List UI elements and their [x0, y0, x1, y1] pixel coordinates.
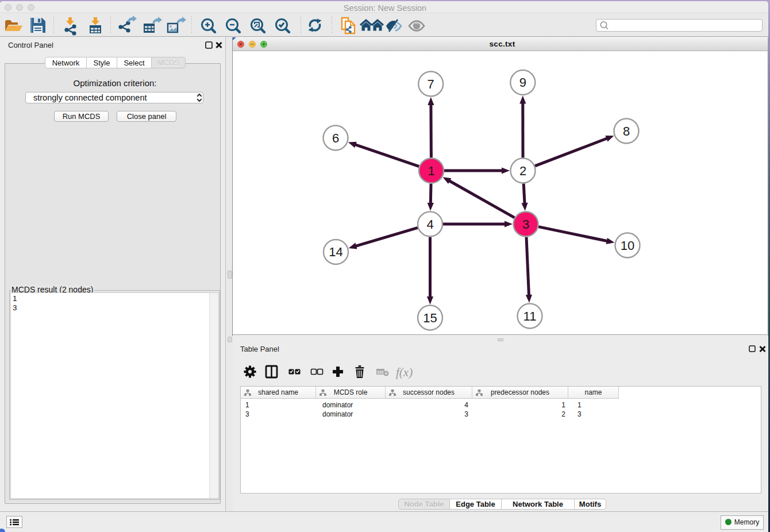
svg-text:15: 15 — [423, 311, 437, 325]
svg-text:8: 8 — [623, 124, 630, 138]
svg-text:14: 14 — [329, 245, 342, 259]
svg-text:2: 2 — [519, 164, 526, 178]
svg-text:11: 11 — [523, 309, 537, 323]
svg-text:7: 7 — [428, 77, 434, 91]
svg-text:10: 10 — [621, 238, 634, 253]
svg-text:4: 4 — [426, 217, 433, 232]
svg-text:1: 1 — [428, 164, 434, 178]
svg-text:f(x): f(x) — [396, 365, 413, 379]
svg-text:6: 6 — [332, 131, 339, 145]
svg-text:3: 3 — [522, 217, 529, 232]
svg-text:9: 9 — [519, 75, 526, 90]
